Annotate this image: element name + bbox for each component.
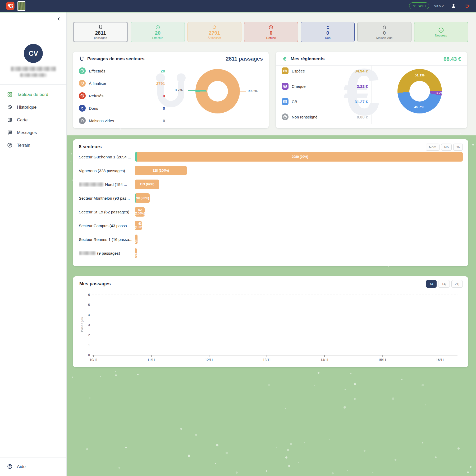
secteurs-card: 8 secteurs NomNb% Secteur Guehenno 1 (20… <box>73 139 468 266</box>
sidebar-divider-bottom <box>0 457 66 458</box>
card-vertical-divider <box>169 65 169 124</box>
reglements-card: € € Mes règlements 68.43 € Espèce34.94 €… <box>276 52 467 128</box>
sector-row: Secteur St Ex (62 passages)62 (100%) <box>79 207 463 217</box>
stat-value: 2811 <box>95 30 106 36</box>
sector-row: Secteur Rennes 1 (16 passa...16 (100%) <box>79 235 463 244</box>
sidebar-item-messages[interactable]: Messages <box>0 126 66 139</box>
stat-value: 2791 <box>209 30 220 36</box>
reglements-legend-row: Espèce34.94 € <box>282 67 368 75</box>
toggle-nom[interactable]: Nom <box>426 144 439 151</box>
svg-text:Passages: Passages <box>80 317 84 332</box>
range-7j[interactable]: 7J <box>426 280 437 288</box>
chat-icon <box>7 130 13 135</box>
stat-card-refuse[interactable]: 0Refusé <box>244 22 298 42</box>
sector-bar-label: 2080 (99%) <box>292 155 308 159</box>
user-name-redacted-line2 <box>20 73 47 77</box>
sector-name-redacted <box>79 251 95 255</box>
sector-bar-label: 43 (100%) <box>135 222 142 229</box>
cash-icon <box>282 67 289 74</box>
legend-value: 0 <box>163 94 165 98</box>
legend-value: 2.22 € <box>357 84 368 89</box>
ban-icon <box>79 92 86 99</box>
sidebar-item-label: Carte <box>17 117 28 122</box>
route-icon <box>79 56 85 62</box>
stat-label: Nouveau <box>435 34 447 37</box>
svg-text:13/11: 13/11 <box>263 358 271 362</box>
passages-line-chart: 012345610/1111/1112/1113/1114/1115/1116/… <box>80 290 461 367</box>
sector-row: Secteur Campus (43 passa...43 (100%) <box>79 221 463 230</box>
donut-leader-line <box>188 90 206 91</box>
sector-row: Secteur Monthelon (93 pas...90 (96%) <box>79 193 463 203</box>
sector-bar-afinaliser: 16 (100%) <box>135 235 138 244</box>
sidebar-item-aide[interactable]: Aide <box>0 460 66 473</box>
plus-circle-icon <box>438 27 444 33</box>
svg-text:12/11: 12/11 <box>205 358 213 362</box>
sector-bar: 43 (100%) <box>135 221 142 230</box>
mes-passages-title: Mes passages <box>79 281 111 287</box>
legend-label: Refusés <box>89 94 103 98</box>
toggle-nb[interactable]: Nb <box>441 144 452 151</box>
legend-label: Dons <box>89 106 98 111</box>
range-21j[interactable]: 21j <box>451 280 463 288</box>
user-name-redacted <box>11 67 56 71</box>
passages-legend-row: Refusés0 <box>79 92 165 100</box>
stat-card-passages[interactable]: 2811passages <box>73 22 128 42</box>
sidebar-item-dashboard[interactable]: Tableau de bord <box>0 88 66 101</box>
wifi-icon <box>413 4 417 8</box>
sector-label: Secteur Rennes 1 (16 passa... <box>79 237 135 242</box>
range-button-group: 7J14j21j <box>426 280 463 288</box>
stat-card-a-finaliser[interactable]: 2791À finaliser <box>187 22 241 42</box>
svg-text:6: 6 <box>88 293 90 297</box>
passages-legend-row: Maisons vides0 <box>79 117 165 125</box>
wifi-status-badge[interactable]: WIFI <box>409 2 429 9</box>
stat-label: passages <box>94 36 107 39</box>
sector-bar: 153 (99%) <box>135 180 159 189</box>
sidebar-item-history[interactable]: Historique <box>0 101 66 113</box>
legend-value: 34.94 € <box>355 69 368 73</box>
stat-label: Effectué <box>152 36 163 39</box>
question-circle-icon <box>7 464 13 469</box>
legend-label: Maisons vides <box>89 118 114 123</box>
svg-text:G: G <box>8 3 13 9</box>
logout-icon[interactable] <box>464 3 470 9</box>
user-icon[interactable] <box>451 3 456 9</box>
stat-card-don[interactable]: 0Don <box>301 22 355 42</box>
sector-bar: 328 (100%) <box>135 166 187 175</box>
sector-bar: 9 (100%) <box>135 248 137 258</box>
sector-bar-afinaliser: 328 (100%) <box>135 166 187 175</box>
card-vertical-divider <box>371 65 372 124</box>
collapse-sidebar-icon[interactable] <box>57 17 61 21</box>
sector-bar-effectues <box>135 152 137 162</box>
card-icon <box>282 98 289 105</box>
reglements-total: 68.43 € <box>443 56 461 62</box>
sector-label: Secteur St Ex (62 passages) <box>79 210 135 214</box>
sidebar-item-terrain[interactable]: Terrain <box>0 139 66 152</box>
card-title: Mes règlements <box>291 56 325 62</box>
stat-value: 0 <box>383 30 386 36</box>
ban-icon <box>268 25 273 30</box>
check-circle-icon <box>155 25 160 30</box>
stat-label: À finaliser <box>208 36 221 39</box>
hand-heart-icon <box>325 25 330 30</box>
svg-text:11/11: 11/11 <box>148 358 155 362</box>
stat-card-effectue[interactable]: 20Effectué <box>131 22 185 42</box>
sector-row: Vignerons (328 passages)328 (100%) <box>79 166 463 175</box>
range-14j[interactable]: 14j <box>438 280 450 288</box>
legend-label: Chèque <box>292 84 306 89</box>
stat-card-maison-vide[interactable]: 0Maison vide <box>357 22 411 42</box>
svg-text:16/11: 16/11 <box>436 358 444 362</box>
toggle-pct[interactable]: % <box>453 144 463 151</box>
sector-name-redacted <box>79 182 103 186</box>
donut-label: 3.2% <box>434 91 446 95</box>
secteurs-title: 8 secteurs <box>79 144 102 150</box>
map-icon <box>7 117 13 123</box>
sector-bar: 62 (100%) <box>135 207 145 217</box>
sector-bar: 90 (96%) <box>135 193 150 203</box>
app-version: v3.5.2 <box>434 4 444 8</box>
sidebar-item-map[interactable]: Carte <box>0 113 66 126</box>
svg-text:2: 2 <box>88 333 90 337</box>
stat-cards-row: 2811passages20Effectué2791À finaliser0Re… <box>73 22 468 42</box>
sector-bar-afinaliser: 62 (100%) <box>135 207 145 217</box>
svg-text:5: 5 <box>88 303 90 307</box>
stat-card-nouveau[interactable]: Nouveau <box>414 22 468 42</box>
